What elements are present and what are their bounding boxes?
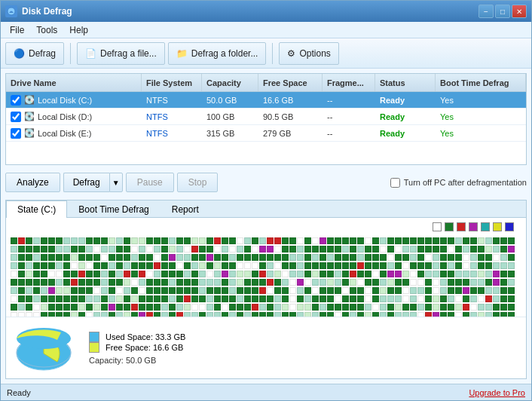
menu-help[interactable]: Help <box>63 23 94 37</box>
drive-frag-e: -- <box>323 125 375 141</box>
color-legend <box>433 222 521 231</box>
col-boot: Boot Time Defrag <box>436 74 526 91</box>
close-button[interactable]: ✕ <box>512 5 527 18</box>
stop-button[interactable]: Stop <box>177 173 219 192</box>
legend-free-box <box>433 222 442 231</box>
toolbar-separator-1 <box>70 43 71 64</box>
pause-button[interactable]: Pause <box>126 173 174 192</box>
defrag-dropdown-arrow[interactable]: ▼ <box>109 173 123 192</box>
title-bar-left: Disk Defrag <box>5 5 72 17</box>
drive-boot-d: Yes <box>436 109 526 124</box>
drive-checkbox-c[interactable] <box>11 95 21 106</box>
defrag-action-button[interactable]: Defrag <box>63 173 109 192</box>
drive-status-d: Ready <box>375 109 436 124</box>
defrag-map <box>6 218 526 317</box>
drive-disk-icon-e: 💽 <box>24 128 35 138</box>
window-title: Disk Defrag <box>22 6 72 17</box>
minimize-button[interactable]: − <box>478 5 494 18</box>
drive-disk-icon-c: 💽 <box>24 95 35 105</box>
legend-free: Free Space: 16.6 GB <box>89 342 185 353</box>
free-color-box <box>89 342 99 353</box>
drive-status-e: Ready <box>375 125 436 141</box>
col-capacity: Capacity <box>202 74 258 91</box>
options-button[interactable]: ⚙ Options <box>279 42 338 65</box>
menu-bar: File Tools Help <box>1 22 531 38</box>
col-drive-name: Drive Name <box>6 74 142 91</box>
tab-boot-time[interactable]: Boot Time Defrag <box>67 200 160 218</box>
title-bar: Disk Defrag − □ ✕ <box>1 1 531 22</box>
maximize-button[interactable]: □ <box>495 5 510 18</box>
col-free-space: Free Space <box>258 74 323 91</box>
drive-list-spacer <box>6 142 526 164</box>
options-icon: ⚙ <box>287 48 295 59</box>
defrag-button[interactable]: 🔵 Defrag <box>5 42 64 65</box>
defrag-file-button[interactable]: 📄 Defrag a file... <box>77 42 165 65</box>
col-fs: File System <box>142 74 202 91</box>
drive-row-c[interactable]: 💽 Local Disk (C:) NTFS 50.0 GB 16.6 GB -… <box>6 92 526 109</box>
tab-report[interactable]: Report <box>161 200 210 218</box>
tab-state[interactable]: State (C:) <box>6 200 67 218</box>
defrag-icon: 🔵 <box>14 48 25 59</box>
capacity-label: Capacity: 50.0 GB <box>89 356 185 365</box>
status-text: Ready <box>7 388 31 397</box>
legend-mft-box <box>505 222 514 231</box>
main-window: Disk Defrag − □ ✕ File Tools Help 🔵 Defr… <box>0 0 532 401</box>
drive-boot-c: Yes <box>436 92 526 108</box>
status-bar: Ready Upgrade to Pro <box>1 384 531 400</box>
drive-checkbox-e[interactable] <box>11 128 21 139</box>
drive-frag-d: -- <box>323 109 375 124</box>
window-controls: − □ ✕ <box>478 5 527 18</box>
col-frag: Fragme... <box>323 74 375 91</box>
legend-unmov-box <box>469 222 478 231</box>
legend-sys-box <box>481 222 490 231</box>
defrag-folder-icon: 📁 <box>176 48 188 59</box>
drive-status-c: Ready <box>375 92 436 108</box>
drive-row-d[interactable]: 💽 Local Disk (D:) NTFS 100 GB 90.5 GB --… <box>6 109 526 125</box>
drive-cap-e: 315 GB <box>202 125 258 141</box>
drive-cap-d: 100 GB <box>202 109 258 124</box>
drive-free-c: 16.6 GB <box>258 92 323 108</box>
col-status: Status <box>375 74 436 91</box>
drive-list: Drive Name File System Capacity Free Spa… <box>5 73 527 165</box>
analyze-button[interactable]: Analyze <box>5 173 60 192</box>
drive-free-e: 279 GB <box>258 125 323 141</box>
app-icon <box>5 5 17 17</box>
drive-cap-c: 50.0 GB <box>202 92 258 108</box>
turnoff-label[interactable]: Turn off PC after defragmentation <box>390 178 527 188</box>
drive-name-d: 💽 Local Disk (D:) <box>6 109 142 124</box>
drive-free-d: 90.5 GB <box>258 109 323 124</box>
legend-pie-area: Used Space: 33.3 GB Free Space: 16.6 GB … <box>6 317 526 378</box>
action-buttons: Analyze Defrag ▼ Pause Stop <box>5 173 218 192</box>
defrag-folder-button[interactable]: 📁 Defrag a folder... <box>168 42 267 65</box>
legend-frag-box <box>457 222 466 231</box>
legend-dir-box <box>493 222 502 231</box>
legend-used-box <box>445 222 454 231</box>
tab-bar: State (C:) Boot Time Defrag Report <box>6 200 526 218</box>
drive-fs-e: NTFS <box>142 125 202 141</box>
drive-name-c: 💽 Local Disk (C:) <box>6 92 142 108</box>
pie-chart <box>14 323 74 372</box>
drive-fs-c: NTFS <box>142 92 202 108</box>
map-grid <box>11 237 521 317</box>
defrag-file-icon: 📄 <box>85 48 96 59</box>
drive-list-header: Drive Name File System Capacity Free Spa… <box>6 74 526 92</box>
drive-checkbox-d[interactable] <box>11 112 21 122</box>
drive-disk-icon-d: 💽 <box>24 112 35 121</box>
turnoff-checkbox[interactable] <box>390 178 400 188</box>
used-color-box <box>89 332 99 342</box>
menu-tools[interactable]: Tools <box>30 23 63 37</box>
tabs-area: State (C:) Boot Time Defrag Report <box>5 200 527 379</box>
menu-file[interactable]: File <box>4 23 30 37</box>
main-content: Drive Name File System Capacity Free Spa… <box>1 69 531 384</box>
toolbar-separator-2 <box>272 43 273 64</box>
drive-row-e[interactable]: 💽 Local Disk (E:) NTFS 315 GB 279 GB -- … <box>6 125 526 142</box>
action-bar: Analyze Defrag ▼ Pause Stop Turn off PC … <box>5 170 527 195</box>
legend-used: Used Space: 33.3 GB <box>89 332 185 342</box>
defrag-btn-group: Defrag ▼ <box>63 173 123 192</box>
toolbar: 🔵 Defrag 📄 Defrag a file... 📁 Defrag a f… <box>1 38 531 69</box>
legend-text: Used Space: 33.3 GB Free Space: 16.6 GB … <box>89 332 185 365</box>
drive-name-e: 💽 Local Disk (E:) <box>6 125 142 141</box>
drive-frag-c: -- <box>323 92 375 108</box>
drive-fs-d: NTFS <box>142 109 202 124</box>
upgrade-link[interactable]: Upgrade to Pro <box>469 388 525 397</box>
